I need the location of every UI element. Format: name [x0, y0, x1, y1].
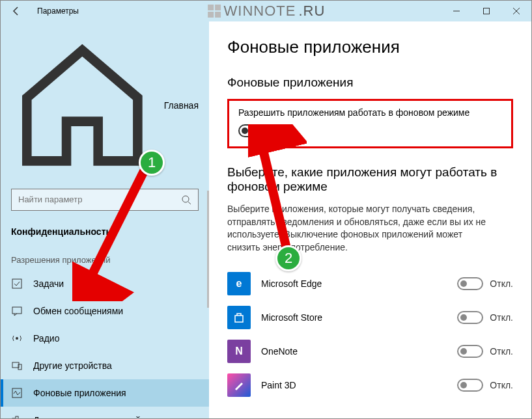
home-label: Главная: [164, 100, 199, 111]
toggle-state: Откл.: [272, 126, 296, 136]
devices-icon: [11, 360, 23, 372]
toggle-state: Откл.: [490, 312, 513, 323]
toggle-state: Откл.: [490, 380, 513, 390]
subsection-title: Разрешения приложений: [1, 251, 209, 270]
app-toggle-edge[interactable]: [457, 277, 483, 290]
svg-rect-13: [16, 416, 18, 418]
svg-rect-7: [12, 307, 21, 314]
section-heading-2: Выберите, какие приложения могут работат…: [227, 165, 513, 194]
search-input[interactable]: [18, 195, 181, 204]
back-button[interactable]: [1, 1, 32, 21]
svg-point-8: [16, 337, 18, 340]
activity-icon: [11, 387, 23, 399]
app-name: Microsoft Store: [261, 312, 457, 323]
home-link[interactable]: Главная: [1, 29, 209, 182]
titlebar: Параметры WINNOTE.RU: [1, 1, 531, 21]
page-title: Фоновые приложения: [227, 37, 513, 57]
sidebar-item-label: Обмен сообщениями: [33, 306, 123, 316]
app-item-paint3d: Paint 3D Откл.: [227, 368, 513, 402]
app-list: e Microsoft Edge Откл. Microsoft Store О…: [227, 267, 513, 402]
sidebar-item-diagnostics[interactable]: Диагностика приложений: [1, 407, 209, 418]
sidebar-item-other-devices[interactable]: Другие устройства: [1, 352, 209, 379]
section-description: Выберите приложения, которые могут получ…: [227, 203, 488, 254]
section-title: Конфиденциальность: [1, 223, 209, 251]
sidebar-item-tasks[interactable]: Задачи: [1, 270, 209, 297]
toggle-state: Откл.: [490, 346, 513, 357]
maximize-button[interactable]: [471, 1, 501, 21]
search-box[interactable]: [11, 189, 199, 211]
sidebar-item-label: Фоновые приложения: [33, 388, 126, 398]
sidebar-item-messaging[interactable]: Обмен сообщениями: [1, 297, 209, 325]
watermark: WINNOTE.RU: [207, 3, 326, 20]
annotation-badge-1: 1: [139, 150, 165, 176]
sidebar: Главная Конфиденциальность Разрешения пр…: [1, 21, 209, 418]
app-name: OneNote: [261, 346, 457, 357]
minimize-button[interactable]: [441, 1, 471, 21]
window-title: Параметры: [32, 7, 79, 16]
svg-point-4: [182, 196, 189, 202]
app-item-store: Microsoft Store Откл.: [227, 301, 513, 334]
tasks-icon: [11, 278, 23, 290]
allow-background-label: Разрешить приложениям работать в фоновом…: [238, 107, 502, 118]
svg-rect-1: [484, 8, 490, 14]
sidebar-item-label: Задачи: [33, 278, 64, 289]
app-toggle-store[interactable]: [457, 311, 483, 324]
svg-line-5: [188, 202, 191, 204]
svg-rect-6: [12, 279, 21, 288]
close-button[interactable]: [501, 1, 531, 21]
diagnostics-icon: [11, 414, 23, 418]
app-icon-onenote: N: [227, 340, 251, 363]
section-heading: Фоновые приложения: [227, 75, 513, 90]
sidebar-item-label: Диагностика приложений: [33, 415, 141, 418]
app-name: Paint 3D: [261, 380, 457, 390]
highlighted-setting: Разрешить приложениям работать в фоновом…: [227, 99, 513, 148]
search-icon: [181, 195, 191, 205]
content-pane: Фоновые приложения Фоновые приложения Ра…: [209, 21, 531, 418]
sidebar-item-background-apps[interactable]: Фоновые приложения: [1, 379, 209, 407]
app-item-edge: e Microsoft Edge Откл.: [227, 267, 513, 301]
app-icon-paint3d: [227, 373, 251, 397]
home-icon: [11, 34, 154, 177]
radio-icon: [11, 332, 23, 344]
app-icon-edge: e: [227, 272, 251, 295]
toggle-state: Откл.: [490, 278, 513, 289]
app-icon-store: [227, 306, 251, 329]
annotation-badge-2: 2: [275, 245, 301, 271]
sidebar-item-label: Другие устройства: [33, 360, 112, 371]
app-name: Microsoft Edge: [261, 278, 457, 289]
app-toggle-paint3d[interactable]: [457, 379, 483, 392]
sidebar-item-label: Радио: [33, 333, 59, 344]
sidebar-item-radio[interactable]: Радио: [1, 325, 209, 352]
app-item-onenote: N OneNote Откл.: [227, 334, 513, 368]
allow-background-toggle[interactable]: [238, 124, 264, 137]
app-toggle-onenote[interactable]: [457, 345, 483, 358]
chat-icon: [11, 305, 23, 317]
